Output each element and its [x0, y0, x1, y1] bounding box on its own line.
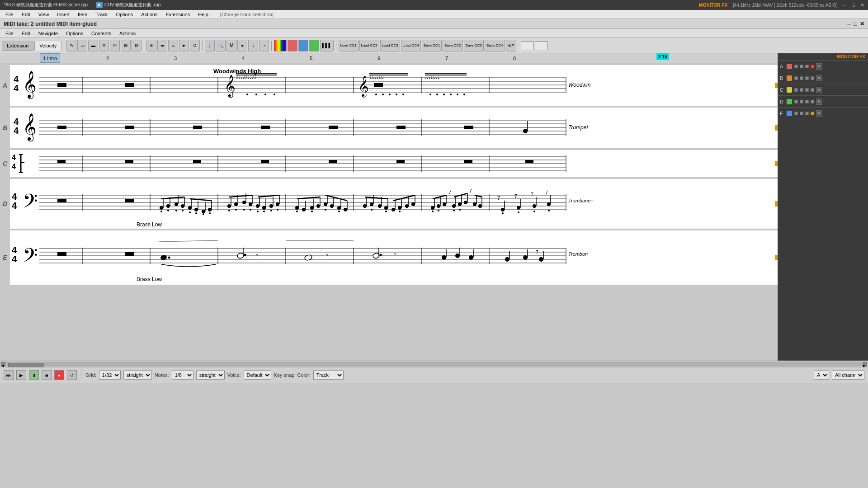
- tool-cursor[interactable]: ⌶: [205, 40, 215, 52]
- menu2-edit[interactable]: Edit: [18, 30, 34, 37]
- track-icon-solo-c[interactable]: [800, 88, 803, 92]
- tool-align[interactable]: ≡: [146, 40, 156, 52]
- minimize-btn[interactable]: ─: [843, 2, 847, 8]
- track-icon-active-c[interactable]: [811, 88, 814, 92]
- key-select[interactable]: A: [814, 371, 829, 380]
- track-icon-solo-b[interactable]: [800, 76, 803, 80]
- tool-select2[interactable]: ▬: [88, 40, 98, 52]
- tool-magnify[interactable]: 🔍: [216, 40, 226, 52]
- scrollbar-track[interactable]: [6, 362, 862, 366]
- redo-box[interactable]: [535, 41, 547, 50]
- scroll-area[interactable]: ◂ ▸: [0, 361, 868, 367]
- menu-extensions[interactable]: Extensions: [162, 11, 193, 18]
- staff-content-b[interactable]: 4 4 𝄞: [10, 108, 778, 148]
- undo-box[interactable]: [521, 41, 533, 50]
- tool-play[interactable]: ►: [179, 40, 189, 52]
- track-icon-solo-d[interactable]: [800, 100, 803, 103]
- menu-insert[interactable]: Insert: [53, 11, 73, 18]
- menu-file[interactable]: File: [2, 11, 17, 18]
- tool-record[interactable]: ●: [237, 40, 247, 52]
- track-icon-fx-b[interactable]: fx: [816, 75, 822, 81]
- track-icon-mute-e[interactable]: [794, 112, 798, 115]
- transport-pause[interactable]: ⏸: [29, 370, 39, 380]
- velocity-tab[interactable]: Velocity: [34, 41, 61, 51]
- color-btn-blue[interactable]: [298, 40, 308, 52]
- save-cc4[interactable]: Save CC4: [485, 40, 505, 52]
- track-icon-active-d[interactable]: [811, 100, 814, 103]
- color-select[interactable]: Track Velocity Channel Pitch: [313, 371, 344, 380]
- maximize-btn[interactable]: □: [852, 2, 855, 8]
- tool-mute[interactable]: M: [226, 40, 236, 52]
- track-icon-record-b[interactable]: [805, 76, 809, 80]
- transport-record[interactable]: ●: [54, 370, 64, 380]
- color-btn-green[interactable]: [309, 40, 319, 52]
- load-cc2[interactable]: Load CC2: [359, 40, 379, 52]
- track-icon-fx-a[interactable]: fx: [816, 63, 822, 70]
- staff-container[interactable]: A 4 4 𝄞: [0, 63, 778, 361]
- track-icon-fx-e[interactable]: fx: [816, 110, 822, 117]
- track-icon-record-c[interactable]: [805, 88, 809, 92]
- color-btn-red[interactable]: [288, 40, 297, 52]
- load-cc1[interactable]: Load CC1: [339, 40, 359, 52]
- track-icon-mute-c[interactable]: [794, 88, 798, 92]
- tool-loop[interactable]: ↺: [190, 40, 200, 52]
- menu-track[interactable]: Track: [92, 11, 111, 18]
- track-icon-record-a[interactable]: [805, 65, 809, 68]
- voice-select[interactable]: Default 1 2 3 4: [244, 371, 271, 380]
- save-cc3[interactable]: Save CC3: [464, 40, 484, 52]
- track-icon-record-d[interactable]: [805, 100, 809, 103]
- hp-btn[interactable]: H/P: [506, 40, 516, 52]
- save-cc2[interactable]: Save CC2: [443, 40, 462, 52]
- tool-erase[interactable]: ✕: [99, 40, 109, 52]
- menu-actions[interactable]: Actions: [137, 11, 161, 18]
- transport-play[interactable]: ▶: [16, 370, 26, 380]
- tool-zoom[interactable]: ⊞: [121, 40, 131, 52]
- staff-content-e[interactable]: 4 4 𝄢: [10, 230, 778, 285]
- extension-tab[interactable]: Extension: [2, 41, 33, 51]
- track-icon-record-e[interactable]: [805, 112, 809, 115]
- menu2-actions[interactable]: Actions: [116, 30, 139, 37]
- track-icon-solo-e[interactable]: [800, 112, 803, 115]
- app-close[interactable]: ✕: [860, 21, 864, 27]
- tool-split[interactable]: ✄: [110, 40, 120, 52]
- tool-select[interactable]: ▭: [77, 40, 87, 52]
- scroll-thumb[interactable]: [8, 363, 44, 367]
- menu2-navigate[interactable]: Navigate: [35, 30, 61, 37]
- load-cc4[interactable]: Load CC4: [401, 40, 421, 52]
- track-icon-active-e[interactable]: [811, 112, 814, 115]
- grid-type-select[interactable]: straight swing: [123, 371, 152, 380]
- tool-align2[interactable]: ☰: [157, 40, 167, 52]
- menu2-options[interactable]: Options: [62, 30, 87, 37]
- tool-note-grid[interactable]: ⊟: [132, 40, 142, 52]
- staff-content-d[interactable]: 4 4 𝄢: [10, 179, 778, 229]
- menu-edit[interactable]: Edit: [18, 11, 34, 18]
- staff-content-c[interactable]: 4 4: [10, 150, 778, 177]
- save-cc1[interactable]: Save CC1: [422, 40, 442, 52]
- menu-view[interactable]: View: [35, 11, 53, 18]
- track-icon-active-b[interactable]: [811, 76, 814, 80]
- app-maximize[interactable]: □: [854, 21, 857, 27]
- load-cc3[interactable]: Load CC3: [380, 40, 400, 52]
- track-icon-fx-c[interactable]: fx: [816, 87, 822, 93]
- app-minimize[interactable]: ─: [847, 21, 851, 27]
- scroll-right-btn[interactable]: ▸: [863, 362, 867, 366]
- transport-skip-back[interactable]: ⏮: [4, 370, 14, 380]
- transport-loop[interactable]: ↺: [67, 370, 77, 380]
- menu2-contents[interactable]: Contents: [88, 30, 115, 37]
- color-btn-rainbow[interactable]: [274, 40, 287, 52]
- grid-size-select[interactable]: 1/32 1/16 1/8 1/4: [99, 371, 121, 380]
- transport-stop[interactable]: ■: [42, 370, 52, 380]
- menu-options[interactable]: Options: [112, 11, 137, 18]
- menu2-file[interactable]: File: [2, 30, 17, 37]
- track-icon-mute-d[interactable]: [794, 100, 798, 103]
- staff-content-a[interactable]: 4 4 𝄞: [10, 65, 778, 106]
- score-area[interactable]: 1 ♩=90 1 Intro 2 3 4 5 6 7 8 2 1b A: [0, 53, 778, 361]
- color-btn-bars[interactable]: ▌▌▌: [320, 40, 333, 52]
- track-icon-solo-a[interactable]: [800, 65, 803, 68]
- track-icon-fx-d[interactable]: fx: [816, 99, 822, 105]
- track-icon-active-a[interactable]: [811, 65, 814, 68]
- notes-type-select[interactable]: straight swing: [196, 371, 225, 380]
- notes-size-select[interactable]: 1/8 1/16 1/4: [172, 371, 193, 380]
- channel-select[interactable]: All chann: [832, 371, 864, 380]
- scroll-left-btn[interactable]: ◂: [1, 362, 5, 366]
